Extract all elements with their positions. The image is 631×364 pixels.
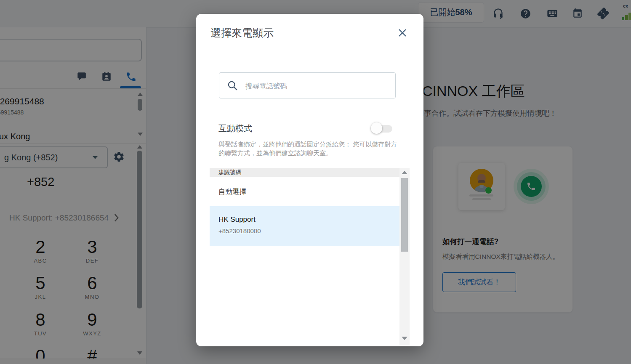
scroll-thumb[interactable] — [401, 178, 408, 252]
dialog-scrollbar[interactable] — [399, 168, 410, 345]
phone-search-input[interactable] — [245, 73, 389, 98]
scroll-down-arrow[interactable] — [402, 337, 407, 340]
scroll-up-arrow[interactable] — [402, 171, 407, 174]
option-number: +85230180000 — [218, 227, 261, 234]
option-title: 自動選擇 — [218, 187, 246, 197]
toggle-knob[interactable] — [371, 122, 382, 134]
caller-id-dialog: 選擇來電顯示 互動模式 與受話者綁定，並將他們的通話固定分派給您； 您可以儲存對… — [196, 14, 423, 346]
interactive-mode-label: 互動模式 — [218, 123, 252, 134]
search-icon — [227, 80, 238, 91]
close-button[interactable] — [396, 27, 409, 39]
dialog-title: 選擇來電顯示 — [210, 26, 274, 40]
caller-id-option-auto[interactable]: 自動選擇 — [210, 177, 400, 206]
app-window: 已開始58% — [0, 0, 631, 364]
caller-id-option-selected[interactable]: HK Support +85230180000 — [210, 206, 400, 246]
interactive-mode-description: 與受話者綁定，並將他們的通話固定分派給您； 您可以儲存對方的聯繫方式，並為他們建… — [218, 140, 397, 157]
option-title: HK Support — [218, 215, 256, 224]
list-section-header: 建議號碼 — [210, 168, 400, 177]
close-icon — [398, 28, 407, 37]
phone-search-box — [219, 72, 396, 98]
